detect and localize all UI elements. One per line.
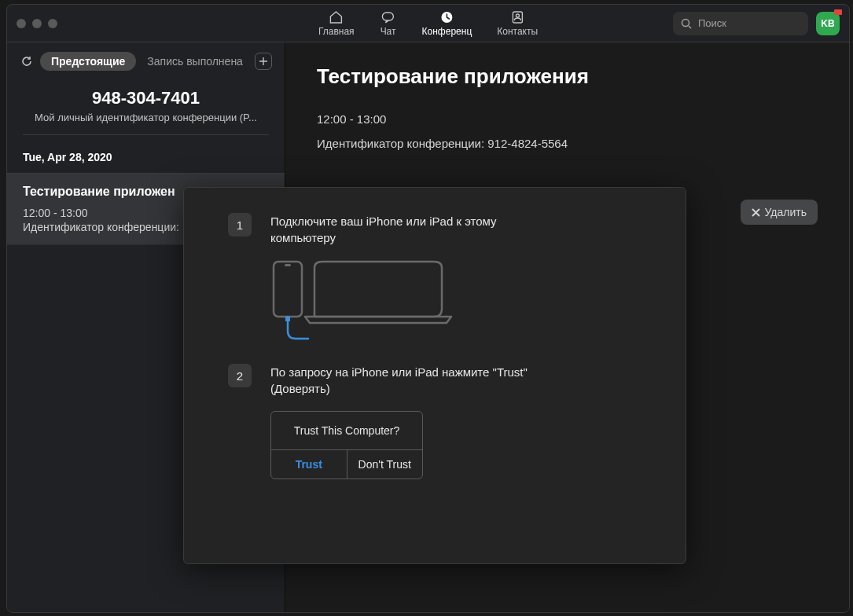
maximize-window-button[interactable] bbox=[48, 19, 57, 28]
search-placeholder: Поиск bbox=[698, 17, 726, 29]
close-window-button[interactable] bbox=[17, 19, 26, 28]
delete-label: Удалить bbox=[765, 206, 807, 218]
date-header: Tue, Apr 28, 2020 bbox=[7, 143, 285, 173]
trust-dialog-illustration: Trust This Computer? Trust Don't Trust bbox=[270, 411, 423, 479]
app-window: Главная Чат Конференц Контакты bbox=[6, 4, 850, 613]
filter-upcoming[interactable]: Предстоящие bbox=[40, 52, 136, 71]
search-input[interactable]: Поиск bbox=[673, 12, 808, 35]
contacts-icon bbox=[509, 10, 526, 24]
home-icon bbox=[328, 10, 345, 24]
divider bbox=[23, 134, 269, 135]
filter-recorded[interactable]: Запись выполнена bbox=[142, 52, 248, 71]
avatar-initials: KB bbox=[821, 18, 834, 29]
pmi-label: Мой личный идентификатор конференции (P.… bbox=[23, 112, 269, 123]
search-icon bbox=[681, 18, 692, 29]
window-controls bbox=[17, 19, 57, 28]
pmi-block[interactable]: 948-304-7401 Мой личный идентификатор ко… bbox=[7, 79, 285, 134]
nav-home[interactable]: Главная bbox=[318, 10, 355, 37]
nav-chat[interactable]: Чат bbox=[380, 10, 397, 37]
recording-indicator-icon bbox=[834, 9, 842, 15]
svg-point-4 bbox=[682, 19, 689, 26]
add-meeting-button[interactable] bbox=[255, 53, 272, 70]
step-1-text: Подключите ваш iPhone или iPad к этому к… bbox=[270, 213, 538, 246]
step-1: 1 Подключите ваш iPhone или iPad к этому… bbox=[228, 213, 642, 246]
nav-home-label: Главная bbox=[318, 26, 355, 37]
dont-trust-button: Don't Trust bbox=[347, 450, 423, 478]
close-icon bbox=[752, 208, 760, 217]
trust-dialog-buttons: Trust Don't Trust bbox=[271, 449, 422, 478]
nav-meetings[interactable]: Конференц bbox=[422, 10, 472, 37]
step-number-1: 1 bbox=[228, 213, 252, 236]
nav-meetings-label: Конференц bbox=[422, 26, 472, 37]
meeting-time: 12:00 - 13:00 bbox=[317, 112, 818, 126]
clock-icon bbox=[438, 10, 455, 24]
nav-contacts-label: Контакты bbox=[497, 26, 538, 37]
connect-device-modal: 1 Подключите ваш iPhone или iPad к этому… bbox=[183, 187, 686, 564]
page-title: Тестирование приложения bbox=[317, 64, 818, 89]
step-number-2: 2 bbox=[228, 364, 252, 387]
svg-rect-6 bbox=[285, 264, 291, 266]
delete-button[interactable]: Удалить bbox=[741, 200, 818, 225]
sidebar-toolbar: Предстоящие Запись выполнена bbox=[7, 42, 285, 79]
step-2-text: По запросу на iPhone или iPad нажмите "T… bbox=[270, 364, 538, 397]
svg-rect-5 bbox=[274, 262, 302, 317]
nav-contacts[interactable]: Контакты bbox=[497, 10, 538, 37]
trust-dialog-title: Trust This Computer? bbox=[271, 412, 422, 449]
pmi-number: 948-304-7401 bbox=[23, 88, 269, 108]
avatar[interactable]: KB bbox=[816, 12, 840, 35]
trust-button[interactable]: Trust bbox=[271, 450, 347, 478]
nav-tabs: Главная Чат Конференц Контакты bbox=[318, 10, 538, 37]
svg-rect-0 bbox=[383, 13, 394, 20]
nav-chat-label: Чат bbox=[381, 26, 396, 37]
chat-icon bbox=[380, 10, 397, 24]
refresh-button[interactable] bbox=[20, 54, 34, 68]
svg-rect-7 bbox=[285, 317, 290, 321]
device-connection-illustration bbox=[270, 260, 642, 346]
minimize-window-button[interactable] bbox=[32, 19, 42, 28]
svg-point-3 bbox=[516, 14, 519, 17]
meeting-id: Идентификатор конференции: 912-4824-5564 bbox=[317, 137, 818, 150]
titlebar: Главная Чат Конференц Контакты bbox=[7, 5, 849, 42]
step-2: 2 По запросу на iPhone или iPad нажмите … bbox=[228, 364, 642, 397]
